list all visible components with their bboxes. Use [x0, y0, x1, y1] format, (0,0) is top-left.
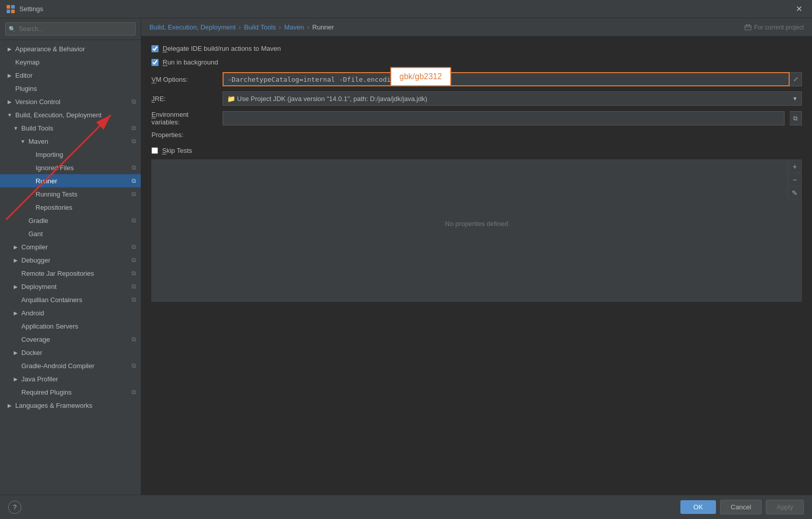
remove-property-button[interactable]: − — [788, 173, 801, 186]
sidebar-item-compiler[interactable]: Compiler ⧉ — [0, 240, 141, 253]
search-wrapper — [5, 22, 136, 36]
arrow-icon — [26, 190, 34, 198]
copy-icon: ⧉ — [129, 281, 139, 291]
vm-options-input[interactable] — [223, 72, 790, 86]
breadcrumb-build-execution[interactable]: Build, Execution, Deployment — [149, 23, 236, 31]
sidebar-item-gradle[interactable]: Gradle ⧉ — [0, 214, 141, 227]
skip-tests-checkbox[interactable] — [151, 147, 158, 154]
sidebar-item-label: Required Plugins — [21, 388, 129, 396]
run-background-row: Run in background — [151, 58, 802, 66]
apply-button[interactable]: Apply — [766, 500, 804, 514]
delegate-ide-row: Delegate IDE build/run actions to Maven — [151, 45, 802, 52]
edit-property-button[interactable]: ✎ — [788, 186, 801, 200]
search-input[interactable] — [5, 22, 136, 36]
sidebar-item-maven[interactable]: Maven ⧉ — [0, 135, 141, 148]
arrow-icon — [12, 349, 19, 356]
for-current-project-label: For current project — [754, 24, 804, 31]
sidebar-item-label: Application Servers — [21, 322, 141, 330]
arrow-icon — [6, 111, 13, 118]
arrow-icon — [6, 58, 13, 66]
svg-rect-2 — [7, 10, 10, 13]
copy-icon: ⧉ — [129, 136, 139, 146]
arrow-icon — [12, 296, 19, 303]
breadcrumb-maven[interactable]: Maven — [284, 23, 304, 31]
sidebar-item-label: Java Profiler — [21, 375, 141, 383]
sidebar-item-label: Editor — [15, 72, 141, 79]
sidebar-item-label: Build Tools — [21, 124, 129, 132]
sidebar-item-running-tests[interactable]: Running Tests ⧉ — [0, 187, 141, 201]
jre-select[interactable]: 📁 Use Project JDK (java version "14.0.1"… — [223, 91, 802, 106]
sidebar-item-keymap[interactable]: Keymap — [0, 55, 141, 69]
svg-rect-1 — [11, 5, 15, 9]
copy-icon: ⧉ — [129, 334, 139, 344]
sidebar-item-importing[interactable]: Importing — [0, 148, 141, 161]
breadcrumb-runner: Runner — [313, 23, 334, 31]
sidebar-item-label: Runner — [36, 177, 129, 185]
sidebar-item-build-tools[interactable]: Build Tools ⧉ — [0, 121, 141, 135]
sidebar-item-appearance[interactable]: Appearance & Behavior — [0, 42, 141, 55]
no-properties-text: No properties defined — [152, 160, 801, 287]
arrow-icon — [26, 151, 34, 158]
sidebar-item-label: Appearance & Behavior — [15, 45, 141, 53]
copy-icon: ⧉ — [129, 255, 139, 265]
env-vars-expand-button[interactable]: ⧉ — [790, 111, 802, 125]
sidebar-item-coverage[interactable]: Coverage ⧉ — [0, 333, 141, 346]
sidebar-item-repositories[interactable]: Repositories — [0, 201, 141, 214]
sidebar-item-label: Maven — [28, 138, 129, 145]
sidebar-item-gant[interactable]: Gant — [0, 227, 141, 240]
breadcrumb-build-tools[interactable]: Build Tools — [244, 23, 276, 31]
sidebar-item-android[interactable]: Android — [0, 306, 141, 319]
ok-button[interactable]: OK — [680, 500, 716, 514]
cancel-button[interactable]: Cancel — [720, 500, 762, 514]
vm-options-expand-button[interactable]: ⤢ — [790, 72, 802, 86]
sidebar-item-build-execution[interactable]: Build, Execution, Deployment — [0, 108, 141, 121]
sidebar-item-app-servers[interactable]: Application Servers — [0, 319, 141, 333]
settings-content: Delegate IDE build/run actions to Maven … — [141, 37, 812, 495]
arrow-icon — [26, 164, 34, 171]
sidebar-item-label: Version Control — [15, 98, 129, 106]
arrow-icon — [12, 124, 19, 132]
sidebar-item-deployment[interactable]: Deployment ⧉ — [0, 280, 141, 293]
sidebar-item-arquillian[interactable]: Arquillian Containers ⧉ — [0, 293, 141, 306]
title-bar: Settings ✕ — [0, 0, 812, 18]
sidebar-item-runner[interactable]: Runner ⧉ — [0, 174, 141, 187]
copy-icon: ⧉ — [129, 215, 139, 225]
sidebar-item-plugins[interactable]: Plugins — [0, 82, 141, 95]
env-vars-input[interactable] — [223, 111, 785, 125]
sidebar-item-gradle-android[interactable]: Gradle-Android Compiler ⧉ — [0, 359, 141, 372]
sidebar-item-debugger[interactable]: Debugger ⧉ — [0, 253, 141, 267]
sidebar-item-java-profiler[interactable]: Java Profiler — [0, 372, 141, 385]
close-button[interactable]: ✕ — [792, 2, 806, 16]
arrow-icon — [12, 388, 19, 396]
copy-icon: ⧉ — [129, 96, 139, 107]
sidebar-item-required-plugins[interactable]: Required Plugins ⧉ — [0, 385, 141, 399]
help-button[interactable]: ? — [8, 501, 21, 514]
jre-row: JRE: 📁 Use Project JDK (java version "14… — [151, 91, 802, 106]
vm-options-section: VM Options: ⤢ gbk/gb2312 — [151, 72, 802, 86]
sidebar-item-label: Languages & Frameworks — [15, 402, 141, 409]
sidebar-item-version-control[interactable]: Version Control ⧉ — [0, 95, 141, 108]
sidebar-item-docker[interactable]: Docker — [0, 346, 141, 359]
sidebar-item-label: Gradle-Android Compiler — [21, 362, 129, 370]
search-box — [0, 18, 141, 40]
vm-options-label: VM Options: — [151, 76, 217, 83]
run-background-checkbox[interactable] — [151, 59, 159, 66]
sidebar-item-ignored-files[interactable]: Ignored Files ⧉ — [0, 161, 141, 174]
arrow-icon — [6, 98, 13, 105]
add-property-button[interactable]: + — [788, 160, 801, 173]
project-icon — [744, 24, 752, 31]
sidebar-item-label: Compiler — [21, 243, 129, 251]
right-panel: Build, Execution, Deployment › Build Too… — [141, 18, 812, 495]
sidebar-item-editor[interactable]: Editor — [0, 69, 141, 82]
sidebar-item-label: Running Tests — [36, 190, 129, 198]
arrow-icon — [19, 230, 26, 237]
sidebar-item-remote-jar[interactable]: Remote Jar Repositories ⧉ — [0, 267, 141, 280]
breadcrumb-bar: Build, Execution, Deployment › Build Too… — [141, 18, 812, 37]
sidebar-item-label: Keymap — [15, 58, 141, 66]
bottom-bar: ? OK Cancel Apply — [0, 495, 812, 519]
window-title: Settings — [19, 5, 792, 13]
arrow-icon — [6, 45, 13, 52]
sidebar-item-label: Repositories — [36, 204, 141, 211]
sidebar-item-languages[interactable]: Languages & Frameworks — [0, 399, 141, 412]
delegate-ide-checkbox[interactable] — [151, 45, 159, 52]
